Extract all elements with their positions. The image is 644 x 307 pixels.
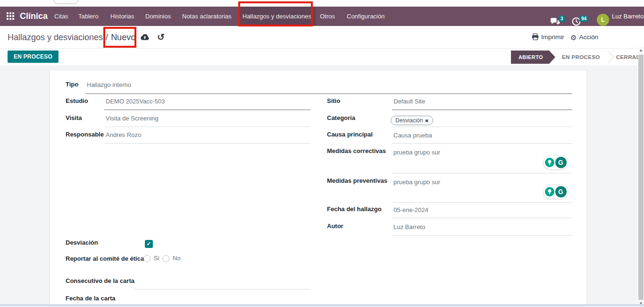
- nav-item-historias[interactable]: Historias: [110, 7, 134, 26]
- sitio-label: Sitio: [327, 97, 340, 104]
- breadcrumb-parent-link[interactable]: Hallazgos y desviaciones: [8, 33, 103, 42]
- breadcrumb-separator: /: [106, 33, 108, 42]
- vertical-scrollbar[interactable]: ▲ ▼: [638, 47, 644, 307]
- activities-badge: 94: [579, 16, 588, 22]
- sitio-underline: [392, 110, 572, 110]
- causa-value[interactable]: Causa prueba: [393, 132, 432, 139]
- grammarly-widget[interactable]: G: [543, 185, 568, 199]
- nav-item-citas[interactable]: Citas: [54, 7, 68, 26]
- suggestion-bulb-icon[interactable]: [545, 158, 554, 167]
- tipo-label: Tipo: [66, 81, 78, 88]
- printer-icon: [532, 34, 539, 40]
- grammarly-g-icon[interactable]: G: [555, 157, 567, 168]
- reportar-label: Reportar al comité de ética: [66, 254, 146, 264]
- scrollbar-thumb[interactable]: [638, 55, 644, 300]
- reportar-no-radio[interactable]: [162, 255, 169, 262]
- causa-underline: [392, 143, 572, 144]
- autor-label: Autor: [327, 222, 343, 230]
- consecutivo-underline: [134, 289, 310, 290]
- breadcrumb-current: Nuevo: [111, 33, 135, 42]
- nav-item-tablero[interactable]: Tablero: [78, 7, 99, 26]
- user-name[interactable]: Luz Barreto: [612, 7, 644, 26]
- nav-item-dominios[interactable]: Dominios: [145, 7, 171, 26]
- categoria-label: Categoría: [327, 114, 355, 121]
- action-label: Acción: [579, 34, 598, 41]
- apps-grid-icon[interactable]: [7, 12, 15, 20]
- scrollbar-up-icon[interactable]: ▲: [638, 48, 644, 52]
- control-panel: Hallazgos y desviaciones/Nuevo ↺ Imprimi…: [0, 26, 644, 49]
- print-label: Imprimir: [541, 34, 564, 41]
- fecha-hallazgo-underline: [392, 218, 572, 218]
- desviacion-label: Desviación: [66, 239, 98, 246]
- medidas-preventivas-underline: [392, 202, 572, 203]
- top-strip: [0, 0, 644, 7]
- medidas-correctivas-value[interactable]: prueba grupo sur: [393, 149, 440, 156]
- app-brand[interactable]: Clínica: [20, 7, 48, 26]
- desviacion-checkbox[interactable]: ✓: [145, 240, 153, 248]
- reportar-si-radio[interactable]: [143, 255, 151, 262]
- tag-remove-icon[interactable]: ✖: [425, 119, 429, 123]
- chevron-separator-icon: [602, 51, 614, 63]
- nav-item-hallazgos-y-desviaciones[interactable]: Hallazgos y desviaciones: [238, 7, 316, 26]
- causa-label: Causa principal: [327, 131, 373, 138]
- form-card: Tipo Hallazgo interno Estudio DEMO 2025V…: [50, 70, 587, 307]
- reportar-si-label[interactable]: Si: [154, 255, 159, 262]
- discard-undo-icon[interactable]: ↺: [157, 31, 165, 44]
- responsable-value[interactable]: Andres Rozo: [106, 131, 141, 138]
- statusbar-pipeline: ABIERTO EN PROCESO CERRADA: [511, 51, 644, 64]
- estudio-underline: [104, 110, 310, 110]
- estudio-value[interactable]: DEMO 2025Vacc-503: [106, 98, 165, 105]
- print-button[interactable]: Imprimir: [532, 26, 564, 49]
- autor-value[interactable]: Luz Barreto: [393, 223, 425, 230]
- sitio-value[interactable]: Default Site: [393, 98, 425, 105]
- visita-label: Visita: [66, 114, 82, 121]
- visita-underline: [104, 127, 310, 127]
- fecha-hallazgo-value[interactable]: 05-ene-2024: [393, 206, 428, 213]
- responsable-underline: [104, 143, 310, 144]
- nav-item-otros[interactable]: Otros: [320, 7, 335, 26]
- visita-value[interactable]: Visita de Screening: [106, 115, 159, 122]
- responsable-label: Responsable: [66, 131, 104, 138]
- categoria-tag[interactable]: Desviación✖: [391, 116, 433, 125]
- stage-abierto[interactable]: ABIERTO: [511, 51, 555, 64]
- medidas-correctivas-underline: [392, 173, 572, 173]
- grammarly-g-icon[interactable]: G: [555, 186, 567, 197]
- nav-item-notas-aclaratorias[interactable]: Notas aclaratorias: [182, 7, 232, 26]
- gear-icon: ⚙: [570, 34, 577, 42]
- categoria-underline: [392, 127, 572, 127]
- action-button[interactable]: ⚙Acción: [570, 26, 598, 49]
- browser-artifact: [53, 0, 79, 4]
- status-row: EN PROCESO ABIERTO EN PROCESO CERRADA: [0, 49, 638, 66]
- fecha-carta-label: Fecha de la carta: [66, 295, 116, 302]
- medidas-preventivas-label: Medidas preventivas: [327, 177, 387, 184]
- estudio-label: Estudio: [66, 97, 88, 104]
- reportar-no-label[interactable]: No: [173, 255, 181, 262]
- grammarly-widget[interactable]: G: [543, 155, 568, 170]
- suggestion-bulb-icon[interactable]: [545, 187, 554, 196]
- checkmark-icon: ✓: [146, 240, 151, 247]
- tipo-underline: [85, 94, 572, 94]
- autor-underline: [392, 235, 572, 236]
- fecha-hallazgo-label: Fecha del hallazgo: [327, 205, 382, 213]
- navbar: Clínica Citas Tablero Historias Dominios…: [0, 7, 644, 26]
- save-cloud-upload-icon[interactable]: [140, 34, 150, 41]
- consecutivo-label: Consecutivo de la carta: [66, 277, 134, 284]
- user-avatar[interactable]: L: [597, 14, 609, 26]
- breadcrumb: Hallazgos y desviaciones/Nuevo: [8, 26, 135, 49]
- medidas-preventivas-value[interactable]: prueba grupo sur: [393, 179, 440, 186]
- messages-badge: 3: [559, 16, 565, 22]
- categoria-tag-label: Desviación: [395, 117, 423, 124]
- nav-item-configuracion[interactable]: Configuración: [347, 7, 385, 26]
- stage-en-proceso[interactable]: EN PROCESO: [562, 54, 600, 60]
- tipo-value[interactable]: Hallazgo interno: [87, 81, 131, 88]
- state-badge: EN PROCESO: [8, 51, 59, 63]
- medidas-correctivas-label: Medidas correctivas: [327, 147, 386, 154]
